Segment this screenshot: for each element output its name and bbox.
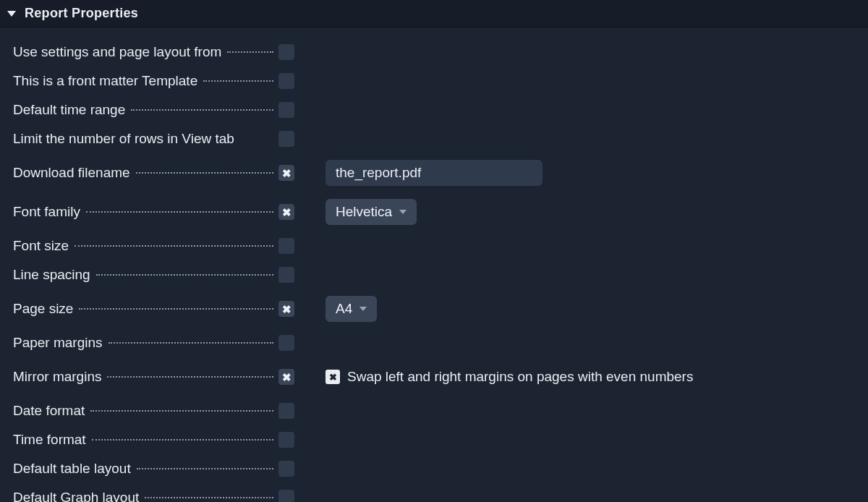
clear-icon: ✖: [282, 207, 292, 218]
dotted-leader: [145, 497, 273, 498]
dotted-leader: [227, 51, 273, 53]
chevron-down-icon: [399, 210, 407, 214]
override-indicator-active[interactable]: ✖: [278, 301, 294, 317]
property-label: Paper margins: [13, 335, 107, 351]
property-label: Page size: [13, 301, 77, 317]
page-size-select[interactable]: A4: [326, 296, 377, 322]
override-indicator[interactable]: [278, 403, 294, 419]
row-default-time-range: Default time range: [0, 95, 868, 124]
report-properties-panel: Report Properties Use settings and page …: [0, 0, 868, 502]
select-value: Helvetica: [336, 204, 392, 220]
override-indicator[interactable]: [278, 102, 294, 118]
override-indicator[interactable]: [278, 335, 294, 351]
row-limit-rows: Limit the number of rows in View tab: [0, 124, 868, 153]
panel-body: Use settings and page layout from This i…: [0, 27, 868, 502]
override-indicator[interactable]: [278, 44, 294, 60]
row-font-family: Font family ✖ Helvetica: [0, 192, 868, 231]
dotted-leader: [79, 308, 273, 310]
property-label: Time format: [13, 432, 90, 448]
dotted-leader: [137, 468, 273, 469]
override-indicator-active[interactable]: ✖: [278, 165, 294, 181]
property-label: Date format: [13, 403, 89, 419]
dotted-leader: [86, 211, 273, 213]
row-time-format: Time format: [0, 425, 868, 454]
clear-icon: ✖: [282, 304, 292, 315]
download-filename-input[interactable]: [326, 160, 542, 186]
chevron-down-icon: [359, 307, 367, 311]
row-paper-margins: Paper margins: [0, 328, 868, 357]
property-label: Font family: [13, 204, 85, 220]
override-indicator[interactable]: [278, 490, 294, 502]
override-indicator-active[interactable]: ✖: [278, 369, 294, 385]
override-indicator[interactable]: [278, 73, 294, 89]
row-front-matter: This is a front matter Template: [0, 67, 868, 95]
clear-icon: ✖: [282, 168, 292, 179]
dotted-leader: [136, 172, 273, 174]
property-label: Font size: [13, 238, 73, 254]
panel-title: Report Properties: [25, 6, 138, 21]
row-use-settings: Use settings and page layout from: [0, 38, 868, 67]
override-indicator[interactable]: [278, 131, 294, 147]
row-default-table-layout: Default table layout: [0, 454, 868, 483]
property-label: Default Graph layout: [13, 490, 143, 502]
clear-icon: ✖: [282, 372, 292, 383]
dotted-leader: [203, 80, 273, 82]
row-line-spacing: Line spacing: [0, 260, 868, 289]
property-label: Default time range: [13, 102, 129, 118]
property-label: Use settings and page layout from: [13, 44, 226, 60]
property-label: Download filename: [13, 165, 135, 181]
row-default-graph-layout: Default Graph layout: [0, 483, 868, 502]
row-date-format: Date format: [0, 396, 868, 425]
row-mirror-margins: Mirror margins ✖ ✖ Swap left and right m…: [0, 357, 868, 396]
row-download-filename: Download filename ✖: [0, 153, 868, 192]
select-value: A4: [336, 301, 352, 317]
mirror-margins-checkbox[interactable]: ✖: [326, 370, 340, 384]
collapse-triangle-icon[interactable]: [7, 11, 16, 17]
mirror-margins-checkbox-label: Swap left and right margins on pages wit…: [347, 369, 693, 385]
panel-header[interactable]: Report Properties: [0, 0, 868, 27]
dotted-leader: [92, 439, 273, 441]
dotted-leader: [75, 245, 273, 247]
override-indicator[interactable]: [278, 238, 294, 254]
property-label: Default table layout: [13, 461, 135, 477]
row-page-size: Page size ✖ A4: [0, 289, 868, 328]
override-indicator-active[interactable]: ✖: [278, 204, 294, 220]
property-label: Mirror margins: [13, 369, 106, 385]
dotted-leader: [90, 410, 273, 412]
property-label: Line spacing: [13, 267, 95, 283]
dotted-leader: [131, 109, 273, 111]
dotted-leader: [107, 376, 273, 378]
override-indicator[interactable]: [278, 432, 294, 448]
override-indicator[interactable]: [278, 267, 294, 283]
font-family-select[interactable]: Helvetica: [326, 199, 417, 225]
override-indicator[interactable]: [278, 461, 294, 477]
dotted-leader: [109, 342, 273, 344]
dotted-leader: [96, 274, 273, 276]
row-font-size: Font size: [0, 231, 868, 260]
label-cell: Use settings and page layout from: [13, 44, 273, 60]
property-label: Limit the number of rows in View tab: [13, 131, 239, 147]
property-label: This is a front matter Template: [13, 73, 202, 89]
